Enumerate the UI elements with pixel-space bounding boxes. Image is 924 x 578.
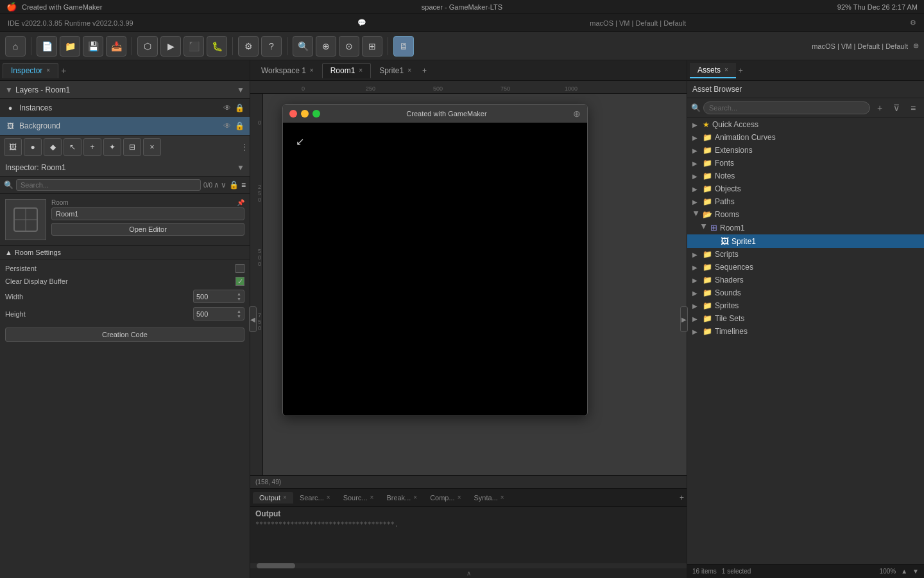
canvas-area[interactable]: Created with GameMaker ⊕ ↙ [263, 94, 687, 475]
output-scrollbar-thumb[interactable] [257, 563, 295, 568]
output-tab-break-close[interactable]: × [413, 494, 417, 501]
width-input[interactable]: 500 ▲ ▼ [193, 290, 244, 303]
zoom-minus-button[interactable]: 🔍 [293, 36, 313, 57]
tree-item-timelines[interactable]: ▶ 📁 Timelines [687, 325, 924, 338]
assets-tab-close[interactable]: × [724, 66, 728, 73]
room-pin-icon[interactable]: 📌 [237, 199, 244, 206]
layer-instances-visibility-icon[interactable]: 👁 [223, 103, 231, 112]
tab-assets[interactable]: Assets × [690, 63, 736, 78]
left-panel-collapse[interactable]: ◀ [249, 306, 257, 332]
new-button[interactable]: 📄 [37, 36, 57, 57]
sprite1-close-icon[interactable]: × [407, 67, 411, 74]
tree-item-extensions[interactable]: ▶ 📁 Extensions [687, 144, 924, 157]
tree-item-scripts[interactable]: ▶ 📁 Scripts [687, 248, 924, 261]
layer-item-instances[interactable]: ● Instances 👁 🔒 [0, 99, 250, 117]
layer-instances-lock-icon[interactable]: 🔒 [235, 103, 244, 112]
output-tab-syntax-close[interactable]: × [501, 494, 504, 501]
object-button[interactable]: ⬡ [137, 36, 158, 57]
layer-background-lock-icon[interactable]: 🔒 [235, 121, 244, 130]
room1-close-icon[interactable]: × [359, 67, 363, 74]
quick-access-arrow[interactable]: ▶ [692, 121, 700, 128]
animation-curves-arrow[interactable]: ▶ [692, 134, 700, 141]
extensions-arrow[interactable]: ▶ [692, 147, 700, 154]
assets-add-tab-button[interactable]: + [739, 66, 743, 75]
tree-item-fonts[interactable]: ▶ 📁 Fonts [687, 157, 924, 170]
rooms-arrow[interactable]: ▶ [693, 211, 700, 218]
tree-item-sequences[interactable]: ▶ 📁 Sequences [687, 261, 924, 274]
tree-item-animation-curves[interactable]: ▶ 📁 Animation Curves [687, 131, 924, 144]
layer-tool-path[interactable]: ↖ [64, 138, 81, 156]
tree-item-room1[interactable]: ▶ ⊞ Room1 [687, 221, 924, 234]
layer-tool-add[interactable]: + [83, 138, 101, 156]
tile-sets-arrow[interactable]: ▶ [692, 315, 700, 322]
sprites-arrow[interactable]: ▶ [692, 302, 700, 310]
output-tab-source[interactable]: Sourc... × [337, 492, 381, 504]
inspector-options-icon[interactable]: ▼ [237, 163, 244, 172]
inspector-prev-button[interactable]: ∧ [214, 180, 219, 189]
fonts-arrow[interactable]: ▶ [692, 160, 700, 167]
right-panel-collapse[interactable]: ▶ [680, 306, 688, 332]
assets-filter-button[interactable]: ⊽ [889, 101, 903, 115]
traffic-light-yellow[interactable] [301, 110, 309, 118]
tree-item-tile-sets[interactable]: ▶ 📁 Tile Sets [687, 312, 924, 325]
width-down-icon[interactable]: ▼ [237, 297, 241, 301]
objects-arrow[interactable]: ▶ [692, 186, 700, 193]
output-tab-compile[interactable]: Comp... × [424, 492, 467, 504]
import-button[interactable]: 📥 [106, 36, 126, 57]
layer-tool-asset[interactable]: ⊟ [123, 138, 141, 156]
room-settings-header[interactable]: ▲ Room Settings [0, 246, 250, 259]
layer-tool-remove[interactable]: × [143, 138, 161, 156]
debug-button[interactable]: 🐛 [207, 36, 227, 57]
save-button[interactable]: 💾 [83, 36, 103, 57]
assets-menu-button[interactable]: ≡ [906, 101, 920, 115]
height-spinner[interactable]: ▲ ▼ [237, 309, 241, 319]
shaders-arrow[interactable]: ▶ [692, 277, 700, 284]
layer-item-background[interactable]: 🖼 Background 👁 🔒 [0, 117, 250, 135]
layer-tool-image[interactable]: 🖼 [4, 138, 22, 156]
clear-display-checkbox[interactable]: ✓ [235, 277, 244, 286]
settings-button[interactable]: ⚙ [238, 36, 259, 57]
height-input[interactable]: 500 ▲ ▼ [193, 307, 244, 320]
inspector-lock-icon[interactable]: 🔒 [229, 180, 239, 189]
notes-arrow[interactable]: ▶ [692, 173, 700, 180]
snap-button[interactable]: ⊞ [362, 36, 382, 57]
status-zoom-down-icon[interactable]: ▼ [912, 568, 919, 575]
home-button[interactable]: ⌂ [5, 36, 26, 57]
tab-inspector[interactable]: Inspector × [3, 63, 58, 78]
room1-arrow[interactable]: ▶ [701, 224, 708, 232]
tree-item-objects[interactable]: ▶ 📁 Objects [687, 182, 924, 195]
zoom-reset-button[interactable]: ⊙ [339, 36, 359, 57]
sequences-arrow[interactable]: ▶ [692, 264, 700, 271]
view-button[interactable]: 🖥 [393, 36, 414, 57]
assets-add-button[interactable]: + [873, 101, 887, 115]
stop-button[interactable]: ⬛ [184, 36, 204, 57]
sounds-arrow[interactable]: ▶ [692, 290, 700, 297]
traffic-light-green[interactable] [312, 110, 320, 118]
layers-expand-icon[interactable]: ▼ [5, 85, 13, 94]
tree-item-sprite1[interactable]: 🖼 Sprite1 [687, 234, 924, 248]
layer-background-visibility-icon[interactable]: 👁 [223, 121, 231, 130]
output-scrollbar[interactable] [250, 563, 687, 568]
traffic-light-red[interactable] [289, 110, 297, 118]
assets-search-input[interactable] [703, 101, 870, 114]
output-tab-syntax[interactable]: Synta... × [467, 492, 510, 504]
output-tab-source-close[interactable]: × [370, 494, 374, 501]
tree-item-notes[interactable]: ▶ 📁 Notes [687, 170, 924, 182]
persistent-checkbox[interactable] [235, 264, 244, 273]
timelines-arrow[interactable]: ▶ [692, 328, 700, 335]
width-up-icon[interactable]: ▲ [237, 292, 241, 296]
tree-item-sounds[interactable]: ▶ 📁 Sounds [687, 286, 924, 299]
tree-item-paths[interactable]: ▶ 📁 Paths [687, 195, 924, 208]
run-button[interactable]: ▶ [160, 36, 181, 57]
tree-item-quick-access[interactable]: ▶ ★ Quick Access [687, 118, 924, 131]
output-tab-search[interactable]: Searc... × [293, 492, 337, 504]
height-up-icon[interactable]: ▲ [237, 309, 241, 313]
output-tab-output-close[interactable]: × [283, 494, 287, 501]
room-name-input[interactable] [51, 207, 244, 220]
width-spinner[interactable]: ▲ ▼ [237, 292, 241, 301]
layer-tool-tile[interactable]: ◆ [44, 138, 62, 156]
help-button[interactable]: ? [261, 36, 282, 57]
paths-arrow[interactable]: ▶ [692, 198, 700, 206]
tab-workspace1[interactable]: Workspace 1 × [253, 63, 322, 78]
height-down-icon[interactable]: ▼ [237, 314, 241, 319]
